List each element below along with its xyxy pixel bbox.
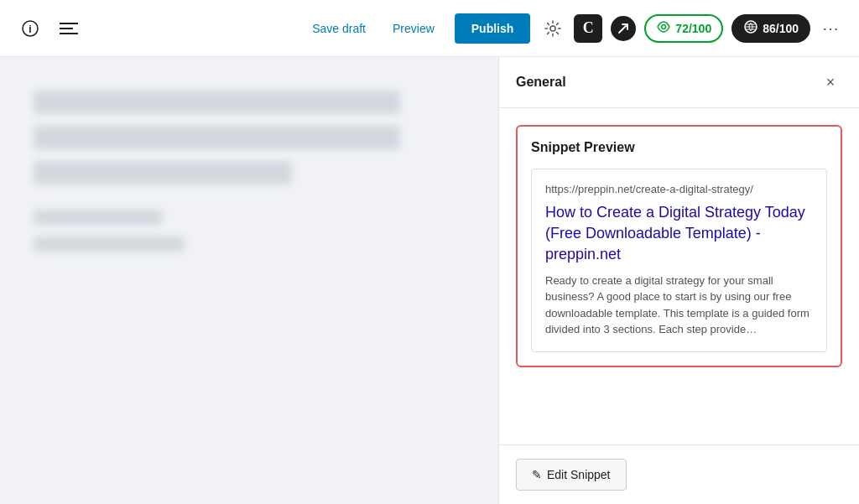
blurred-editor-content: [34, 91, 465, 252]
snippet-preview-container: Snippet Preview https://preppin.net/crea…: [516, 125, 842, 367]
main-area: General × Snippet Preview https://preppi…: [0, 57, 859, 504]
readability-score-value: 72/100: [675, 22, 711, 35]
sidebar-footer: ✎ Edit Snippet: [499, 444, 859, 504]
seo-score-value: 86/100: [763, 22, 799, 35]
seo-score-badge[interactable]: 86/100: [731, 14, 810, 43]
settings-button[interactable]: [540, 16, 565, 41]
razr-button[interactable]: [611, 16, 636, 41]
sidebar-title: General: [516, 75, 566, 90]
svg-point-5: [550, 26, 555, 31]
readability-icon: [656, 19, 671, 38]
edit-snippet-button[interactable]: ✎ Edit Snippet: [516, 459, 627, 491]
toolbar: i Save draft Preview Publish C: [0, 0, 859, 57]
c-logo-button[interactable]: C: [574, 14, 602, 43]
seo-icon: [743, 19, 758, 38]
edit-snippet-label: Edit Snippet: [547, 468, 611, 481]
save-draft-button[interactable]: Save draft: [305, 18, 372, 39]
svg-text:i: i: [29, 23, 31, 35]
svg-point-6: [662, 24, 666, 29]
more-options-button[interactable]: ⋯: [819, 15, 842, 42]
close-sidebar-button[interactable]: ×: [819, 70, 842, 94]
info-icon: i: [22, 20, 39, 37]
preview-button[interactable]: Preview: [386, 18, 441, 39]
publish-button[interactable]: Publish: [455, 13, 531, 44]
toolbar-right: C 72/100: [540, 14, 842, 43]
sidebar: General × Snippet Preview https://preppi…: [498, 57, 859, 504]
editor-area: [0, 57, 498, 504]
menu-button[interactable]: [55, 15, 82, 42]
sidebar-header: General ×: [499, 57, 859, 108]
menu-icon: [60, 22, 78, 35]
snippet-preview-title: Snippet Preview: [531, 140, 827, 155]
sidebar-content: Snippet Preview https://preppin.net/crea…: [499, 108, 859, 444]
snippet-description: Ready to create a digital strategy for y…: [545, 273, 813, 338]
snippet-url: https://preppin.net/create-a-digital-str…: [545, 183, 813, 195]
info-button[interactable]: i: [17, 15, 44, 42]
edit-snippet-icon: ✎: [532, 468, 542, 481]
toolbar-center: Save draft Preview Publish: [305, 13, 530, 44]
gear-icon: [544, 20, 561, 37]
razr-icon: [617, 22, 630, 35]
snippet-page-title[interactable]: How to Create a Digital Strategy Today (…: [545, 202, 813, 266]
toolbar-left: i: [17, 15, 82, 42]
snippet-preview-box: https://preppin.net/create-a-digital-str…: [531, 169, 827, 352]
readability-score-badge[interactable]: 72/100: [644, 14, 723, 43]
